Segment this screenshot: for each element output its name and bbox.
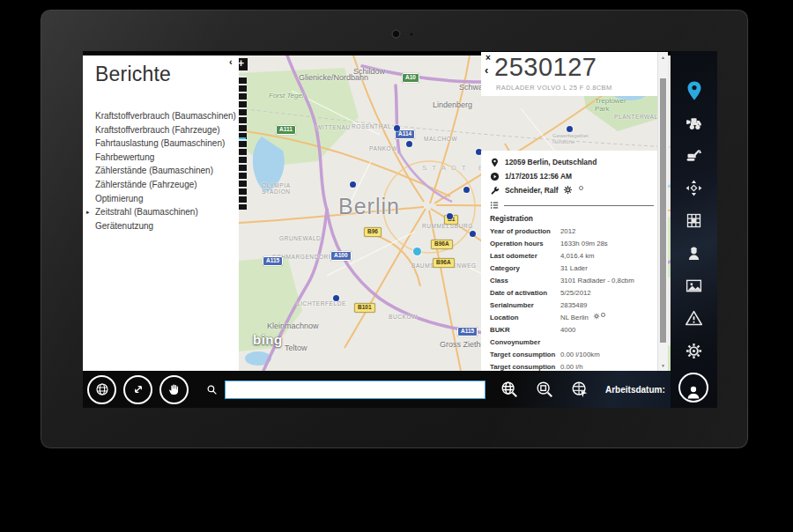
section-title: Registration [490, 211, 654, 225]
registration-value: 5/25/2012 [560, 289, 591, 297]
map-label: Kleinmachnow [267, 322, 319, 331]
map-label: Lindenberg [433, 101, 472, 110]
report-item[interactable]: Zählerstände (Fahrzeuge) [83, 178, 239, 192]
locate-button[interactable] [568, 378, 591, 401]
warning-button[interactable] [678, 302, 710, 335]
registration-row: Year of production2012 [490, 225, 654, 237]
road-shield: A115 [263, 256, 283, 266]
hand-button[interactable] [159, 375, 189, 404]
road-shield: A10 [402, 73, 419, 83]
popup-header: × ‹ 2530127 RADLADER VOLVO L 25 F 0.8CBM [481, 52, 668, 96]
superscript-dot-icon [601, 313, 605, 317]
pin-icon [490, 158, 500, 167]
map-action-buttons [485, 378, 591, 401]
registration-row: Serialnumber2835489 [490, 299, 654, 311]
vehicle-marker[interactable] [447, 213, 453, 219]
close-icon[interactable]: × [485, 54, 491, 63]
zoom-in-button[interactable]: + [239, 58, 248, 70]
road-shield: B96A [433, 258, 455, 268]
map-label: MALCHOW [424, 136, 457, 142]
registration-value: NL Berlin [560, 314, 605, 321]
worker-button[interactable] [678, 237, 710, 270]
registration-value: 4000 [560, 326, 575, 334]
registration-value: 2012 [560, 227, 575, 235]
swap-arrows-button[interactable] [123, 375, 152, 404]
report-item-label: Kraftstoffverbrauch (Fahrzeuge) [95, 125, 220, 135]
registration-row: Target consumption0.00 l/100km [490, 348, 654, 360]
road-shield: B96 [364, 227, 382, 237]
zoom-to-selection-button[interactable] [533, 378, 556, 401]
registration-value: 0.00 l/100km [560, 351, 600, 358]
report-item[interactable]: Fahrtauslastung (Baumaschinen) [83, 137, 239, 151]
vehicle-marker[interactable] [470, 231, 476, 237]
vehicle-id: 2530127 [494, 53, 597, 82]
popup-scrollbar[interactable]: ▲ ▼ [657, 52, 668, 371]
registration-value: 0.00 l/h [560, 363, 583, 371]
gear-icon [593, 313, 600, 320]
excavator-icon [685, 146, 703, 165]
image-button[interactable] [678, 270, 710, 302]
tablet-frame: Berichte Kraftstoffverbrauch (Baumaschin… [40, 9, 749, 449]
search-icon [206, 384, 218, 395]
scroll-thumb[interactable] [660, 78, 666, 343]
move-button[interactable] [678, 172, 710, 204]
registration-row: LocationNL Berlin [490, 311, 654, 323]
vehicle-marker[interactable] [413, 248, 421, 255]
registration-label: Location [490, 314, 560, 321]
report-item[interactable]: Fahrbewertung [83, 151, 239, 165]
registration-label: Serialnumber [490, 301, 560, 309]
vehicle-marker[interactable] [394, 125, 400, 131]
map-label: ROSENTHAL [352, 123, 391, 129]
selected-arrow-icon: ▸ [86, 205, 90, 219]
report-item[interactable]: Gerätenutzung [83, 219, 239, 233]
search-input[interactable] [225, 381, 485, 399]
report-item-label: Zeitstrahl (Baumaschinen) [95, 207, 198, 217]
wheel-loader-button[interactable] [678, 107, 710, 139]
reports-panel: Berichte Kraftstoffverbrauch (Baumaschin… [83, 55, 239, 371]
report-item[interactable]: Optimierung [83, 192, 239, 206]
report-item[interactable]: Zählerstände (Baumaschinen) [83, 164, 239, 178]
popup-info-text: 12059 Berlin, Deutschland [505, 158, 597, 166]
map-label: PANKOW [369, 145, 397, 151]
wheel-loader-icon [685, 114, 703, 132]
zoom-slider[interactable] [239, 73, 247, 212]
registration-value: 1633h 09m 28s [560, 240, 608, 248]
popup-info-row: 1/17/2015 12:56 AM [490, 169, 654, 183]
scroll-down-icon[interactable]: ▼ [658, 363, 668, 368]
vehicle-popup: × ‹ 2530127 RADLADER VOLVO L 25 F 0.8CBM… [481, 52, 668, 371]
scroll-up-icon[interactable]: ▲ [658, 55, 668, 60]
globe-button[interactable] [87, 375, 116, 404]
collapse-panel-chevron[interactable]: ‹ [229, 56, 233, 67]
vehicle-marker[interactable] [350, 181, 356, 188]
grid-button[interactable] [678, 204, 710, 237]
camera-icon [391, 29, 401, 39]
report-item[interactable]: Kraftstoffverbrauch (Fahrzeuge) [83, 123, 239, 137]
vehicle-marker[interactable] [463, 187, 470, 193]
registration-value: 3101 Radlader - 0,8cbm [560, 277, 634, 284]
map-label: GRUNEWALD [279, 235, 321, 241]
search-globe-icon [500, 380, 519, 399]
light-sensor-icon [410, 33, 413, 36]
map-label: LICHTERFELDE [297, 300, 346, 307]
wrench-icon [490, 186, 500, 196]
separator-line [504, 205, 654, 206]
registration-value: 31 Lader [560, 264, 588, 272]
report-list: Kraftstoffverbrauch (Baumaschinen)Krafts… [83, 109, 239, 233]
back-chevron-icon[interactable]: ‹ [485, 64, 488, 76]
details-separator [490, 199, 654, 211]
account-button[interactable] [678, 373, 708, 403]
settings-button[interactable] [678, 335, 710, 367]
search-area-icon [535, 380, 554, 399]
report-item[interactable]: Kraftstoffverbrauch (Baumaschinen) [83, 109, 239, 123]
map-pin-button[interactable] [678, 74, 710, 107]
registration-label: Operation hours [490, 240, 560, 248]
report-item[interactable]: ▸Zeitstrahl (Baumaschinen) [83, 205, 239, 219]
registration-label: Year of production [490, 227, 560, 235]
registration-row: Last odometer4,016.4 km [490, 249, 654, 262]
zoom-to-results-button[interactable] [498, 378, 521, 401]
vehicle-marker[interactable] [406, 141, 412, 147]
popup-map-gap [481, 96, 668, 151]
road-shield: A100 [330, 251, 352, 261]
excavator-button[interactable] [678, 139, 710, 172]
vehicle-marker[interactable] [333, 295, 339, 301]
